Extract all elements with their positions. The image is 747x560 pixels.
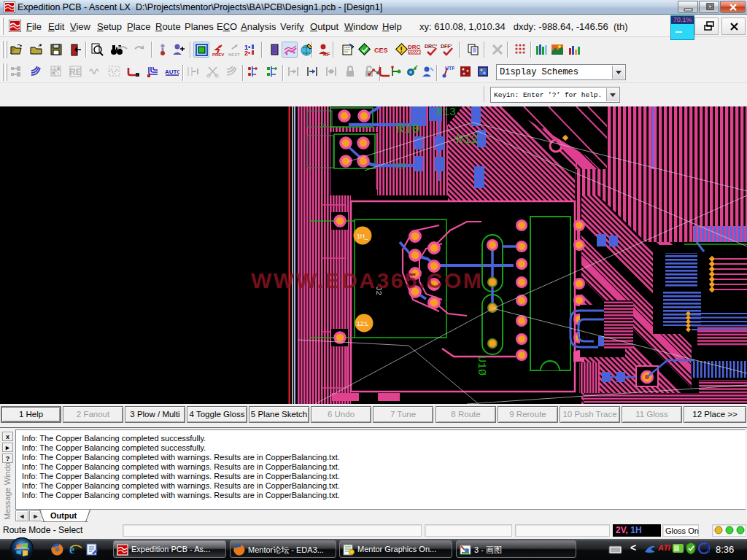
svg-text:CES: CES xyxy=(374,47,388,54)
svg-text:UTP: UTP xyxy=(445,66,454,71)
svg-text:WWW.EDA365.COM: WWW.EDA365.COM xyxy=(251,268,483,292)
svg-text:2•: 2• xyxy=(244,50,250,57)
svg-text:!: ! xyxy=(400,46,403,54)
svg-text:R13: R13 xyxy=(436,106,456,119)
svg-text:1H_: 1H_ xyxy=(357,233,368,240)
svg-text:e: e xyxy=(69,543,74,556)
svg-text:R10: R10 xyxy=(396,122,419,136)
svg-text:RF: RF xyxy=(323,52,330,57)
svg-text:PREV: PREV xyxy=(212,52,224,57)
svg-text:R9: R9 xyxy=(395,161,406,172)
svg-text:U1Ø: U1Ø xyxy=(475,356,487,376)
svg-text:J8: J8 xyxy=(319,122,327,130)
svg-text:AUTO: AUTO xyxy=(165,69,179,75)
svg-text:RE: RE xyxy=(69,67,82,77)
svg-text:DFF′: DFF′ xyxy=(441,44,452,49)
svg-text:NEXT: NEXT xyxy=(228,52,240,57)
svg-text:DRC: DRC xyxy=(408,44,421,50)
svg-text:12:L: 12:L xyxy=(357,320,369,327)
